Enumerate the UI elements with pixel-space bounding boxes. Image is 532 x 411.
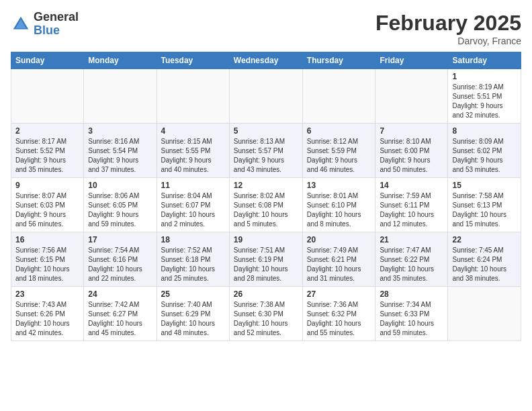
day-info: Sunrise: 8:13 AM Sunset: 5:57 PM Dayligh… <box>234 137 298 175</box>
day-info: Sunrise: 8:01 AM Sunset: 6:10 PM Dayligh… <box>307 191 371 229</box>
calendar-day-cell: 14Sunrise: 7:59 AM Sunset: 6:11 PM Dayli… <box>375 178 448 232</box>
calendar-day-cell: 15Sunrise: 7:58 AM Sunset: 6:13 PM Dayli… <box>448 178 521 232</box>
day-info: Sunrise: 8:15 AM Sunset: 5:55 PM Dayligh… <box>161 137 225 175</box>
weekday-header: Tuesday <box>157 52 229 69</box>
day-info: Sunrise: 7:45 AM Sunset: 6:24 PM Dayligh… <box>452 246 517 283</box>
day-info: Sunrise: 8:10 AM Sunset: 6:00 PM Dayligh… <box>380 137 443 175</box>
weekday-header: Wednesday <box>229 52 302 69</box>
day-info: Sunrise: 7:49 AM Sunset: 6:21 PM Dayligh… <box>307 246 371 283</box>
calendar-day-cell: 8Sunrise: 8:09 AM Sunset: 6:02 PM Daylig… <box>448 124 521 178</box>
day-info: Sunrise: 7:59 AM Sunset: 6:11 PM Dayligh… <box>380 191 443 229</box>
calendar-day-cell: 10Sunrise: 8:06 AM Sunset: 6:05 PM Dayli… <box>84 178 157 232</box>
day-number: 2 <box>15 126 79 136</box>
calendar-day-cell <box>375 69 448 124</box>
day-number: 7 <box>380 126 443 136</box>
day-number: 14 <box>380 181 443 190</box>
calendar-day-cell: 9Sunrise: 8:07 AM Sunset: 6:03 PM Daylig… <box>11 178 84 232</box>
day-number: 5 <box>234 126 298 136</box>
calendar-day-cell <box>157 69 229 124</box>
calendar-week-row: 2Sunrise: 8:17 AM Sunset: 5:52 PM Daylig… <box>11 124 521 178</box>
calendar-day-cell: 26Sunrise: 7:38 AM Sunset: 6:30 PM Dayli… <box>229 287 302 341</box>
day-number: 26 <box>234 289 298 299</box>
calendar-day-cell: 21Sunrise: 7:47 AM Sunset: 6:22 PM Dayli… <box>375 232 448 287</box>
day-info: Sunrise: 7:40 AM Sunset: 6:29 PM Dayligh… <box>161 300 225 338</box>
calendar-day-cell: 2Sunrise: 8:17 AM Sunset: 5:52 PM Daylig… <box>11 124 84 178</box>
day-info: Sunrise: 8:12 AM Sunset: 5:59 PM Dayligh… <box>307 137 371 175</box>
calendar-day-cell: 16Sunrise: 7:56 AM Sunset: 6:15 PM Dayli… <box>11 232 84 287</box>
logo-text: General Blue <box>34 11 79 38</box>
day-info: Sunrise: 7:47 AM Sunset: 6:22 PM Dayligh… <box>380 246 443 283</box>
month-title: February 2025 <box>375 11 521 36</box>
day-number: 18 <box>161 235 225 244</box>
calendar-day-cell <box>84 69 157 124</box>
day-number: 19 <box>234 235 298 244</box>
calendar-day-cell: 23Sunrise: 7:43 AM Sunset: 6:26 PM Dayli… <box>11 287 84 341</box>
weekday-header: Friday <box>375 52 448 69</box>
weekday-header: Sunday <box>11 52 84 69</box>
day-number: 16 <box>15 235 79 244</box>
day-number: 13 <box>307 181 371 190</box>
logo-general: General <box>34 11 79 24</box>
weekday-header: Monday <box>84 52 157 69</box>
weekday-header: Saturday <box>448 52 521 69</box>
calendar-week-row: 1Sunrise: 8:19 AM Sunset: 5:51 PM Daylig… <box>11 69 521 124</box>
day-number: 17 <box>88 235 152 244</box>
day-number: 23 <box>15 289 79 299</box>
day-info: Sunrise: 8:07 AM Sunset: 6:03 PM Dayligh… <box>15 191 79 229</box>
day-number: 6 <box>307 126 371 136</box>
calendar-day-cell <box>302 69 375 124</box>
day-info: Sunrise: 7:54 AM Sunset: 6:16 PM Dayligh… <box>88 246 152 283</box>
day-number: 15 <box>452 181 517 190</box>
calendar-week-row: 23Sunrise: 7:43 AM Sunset: 6:26 PM Dayli… <box>11 287 521 341</box>
calendar-day-cell: 13Sunrise: 8:01 AM Sunset: 6:10 PM Dayli… <box>302 178 375 232</box>
day-info: Sunrise: 7:58 AM Sunset: 6:13 PM Dayligh… <box>452 191 517 229</box>
day-number: 20 <box>307 235 371 244</box>
calendar-day-cell: 28Sunrise: 7:34 AM Sunset: 6:33 PM Dayli… <box>375 287 448 341</box>
calendar-day-cell: 17Sunrise: 7:54 AM Sunset: 6:16 PM Dayli… <box>84 232 157 287</box>
calendar-day-cell <box>448 287 521 341</box>
calendar-week-row: 16Sunrise: 7:56 AM Sunset: 6:15 PM Dayli… <box>11 232 521 287</box>
calendar-day-cell: 5Sunrise: 8:13 AM Sunset: 5:57 PM Daylig… <box>229 124 302 178</box>
day-number: 28 <box>380 289 443 299</box>
title-block: February 2025 Darvoy, France <box>375 11 521 46</box>
calendar-day-cell <box>11 69 84 124</box>
day-number: 3 <box>88 126 152 136</box>
day-info: Sunrise: 8:17 AM Sunset: 5:52 PM Dayligh… <box>15 137 79 175</box>
calendar-day-cell: 27Sunrise: 7:36 AM Sunset: 6:32 PM Dayli… <box>302 287 375 341</box>
calendar-day-cell: 12Sunrise: 8:02 AM Sunset: 6:08 PM Dayli… <box>229 178 302 232</box>
day-number: 8 <box>452 126 517 136</box>
calendar: SundayMondayTuesdayWednesdayThursdayFrid… <box>11 52 521 341</box>
calendar-day-cell: 22Sunrise: 7:45 AM Sunset: 6:24 PM Dayli… <box>448 232 521 287</box>
day-number: 1 <box>452 72 517 81</box>
day-info: Sunrise: 7:43 AM Sunset: 6:26 PM Dayligh… <box>15 300 79 338</box>
day-number: 22 <box>452 235 517 244</box>
day-info: Sunrise: 8:06 AM Sunset: 6:05 PM Dayligh… <box>88 191 152 229</box>
calendar-day-cell: 19Sunrise: 7:51 AM Sunset: 6:19 PM Dayli… <box>229 232 302 287</box>
day-info: Sunrise: 8:16 AM Sunset: 5:54 PM Dayligh… <box>88 137 152 175</box>
day-number: 4 <box>161 126 225 136</box>
day-number: 27 <box>307 289 371 299</box>
calendar-week-row: 9Sunrise: 8:07 AM Sunset: 6:03 PM Daylig… <box>11 178 521 232</box>
calendar-day-cell: 20Sunrise: 7:49 AM Sunset: 6:21 PM Dayli… <box>302 232 375 287</box>
calendar-day-cell: 18Sunrise: 7:52 AM Sunset: 6:18 PM Dayli… <box>157 232 229 287</box>
day-info: Sunrise: 8:19 AM Sunset: 5:51 PM Dayligh… <box>452 83 517 120</box>
day-info: Sunrise: 7:56 AM Sunset: 6:15 PM Dayligh… <box>15 246 79 283</box>
day-number: 10 <box>88 181 152 190</box>
weekday-header-row: SundayMondayTuesdayWednesdayThursdayFrid… <box>11 52 521 69</box>
calendar-day-cell: 11Sunrise: 8:04 AM Sunset: 6:07 PM Dayli… <box>157 178 229 232</box>
calendar-day-cell <box>229 69 302 124</box>
calendar-day-cell: 3Sunrise: 8:16 AM Sunset: 5:54 PM Daylig… <box>84 124 157 178</box>
logo-icon <box>11 14 31 34</box>
calendar-day-cell: 7Sunrise: 8:10 AM Sunset: 6:00 PM Daylig… <box>375 124 448 178</box>
calendar-day-cell: 24Sunrise: 7:42 AM Sunset: 6:27 PM Dayli… <box>84 287 157 341</box>
day-number: 24 <box>88 289 152 299</box>
day-info: Sunrise: 7:52 AM Sunset: 6:18 PM Dayligh… <box>161 246 225 283</box>
weekday-header: Thursday <box>302 52 375 69</box>
logo: General Blue <box>11 11 79 38</box>
day-info: Sunrise: 7:38 AM Sunset: 6:30 PM Dayligh… <box>234 300 298 338</box>
day-info: Sunrise: 7:34 AM Sunset: 6:33 PM Dayligh… <box>380 300 443 338</box>
day-info: Sunrise: 8:04 AM Sunset: 6:07 PM Dayligh… <box>161 191 225 229</box>
page-header: General Blue February 2025 Darvoy, Franc… <box>11 11 521 46</box>
day-info: Sunrise: 7:42 AM Sunset: 6:27 PM Dayligh… <box>88 300 152 338</box>
calendar-day-cell: 25Sunrise: 7:40 AM Sunset: 6:29 PM Dayli… <box>157 287 229 341</box>
